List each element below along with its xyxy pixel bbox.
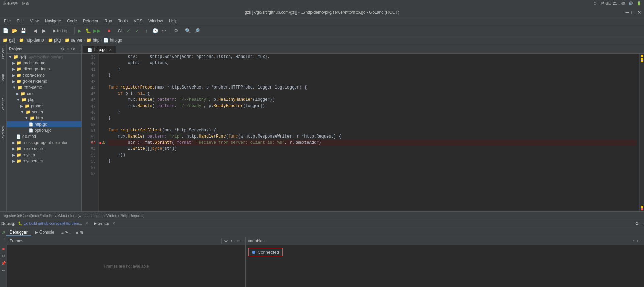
debug-stop-button[interactable]: ■	[2, 246, 5, 251]
run-button[interactable]: ▶	[75, 27, 83, 35]
debug-settings-icon[interactable]: ⚙	[635, 221, 639, 226]
learn-tab-label[interactable]: Learn	[1, 73, 6, 84]
new-file-button[interactable]: 📄	[1, 27, 10, 35]
tree-item-prober[interactable]: ▶ 📁 prober	[7, 103, 81, 109]
project-settings-icon[interactable]: ⚙	[71, 47, 75, 51]
tree-item-gzlj[interactable]: ▼ 📁 gzlj ~/go/src/github.com/gzlj	[7, 54, 81, 60]
project-tab-label[interactable]: Project	[1, 47, 6, 60]
debug-pin-button[interactable]: 📌	[1, 261, 6, 266]
tab-debugger[interactable]: Debugger	[6, 229, 31, 236]
breadcrumb-item-file[interactable]: 📄 http.go	[103, 38, 122, 43]
debug-rerun-button[interactable]: ↺	[2, 254, 5, 258]
tree-item-myhttp[interactable]: ▶ 📁 myhttp	[7, 152, 81, 158]
variables-add-icon[interactable]: +	[640, 239, 642, 243]
git-check2-button[interactable]: ✓	[133, 27, 142, 35]
close-button[interactable]: ✕	[637, 10, 641, 15]
find-in-path-button[interactable]: 🔎	[193, 27, 201, 35]
forward-button[interactable]: ▶	[40, 27, 48, 35]
save-button[interactable]: 💾	[19, 27, 27, 35]
git-commit-button[interactable]: ↑	[142, 27, 150, 35]
tree-item-http-folder[interactable]: ▼ 📁 http	[7, 115, 81, 121]
debug-run-cursor-icon[interactable]: ↡	[75, 230, 79, 235]
tree-item-client-go-demo[interactable]: ▶ 📁 client-go-demo	[7, 66, 81, 72]
tree-item-micro-demo[interactable]: ▶ 📁 micro-demo	[7, 146, 81, 152]
structure-tab-label[interactable]: Structure	[1, 96, 6, 113]
tree-item-message-agent-operator[interactable]: ▶ 📁 message-agent-operator	[7, 140, 81, 146]
gutter-mark-red-1[interactable]	[641, 208, 643, 210]
debug-pause-button[interactable]: ⏸	[1, 238, 6, 243]
project-gear-icon[interactable]: ≡	[67, 47, 69, 51]
debug-button[interactable]: 🐛	[84, 27, 92, 35]
tree-item-cmd[interactable]: ▶ 📁 cmd	[7, 91, 81, 97]
back-button[interactable]: ◀	[31, 27, 39, 35]
tab-http-go[interactable]: 📄 http.go ✕	[83, 46, 116, 53]
menu-edit[interactable]: Edit	[14, 18, 27, 24]
menu-help[interactable]: Help	[166, 18, 180, 24]
settings-button[interactable]: ⚙	[172, 27, 180, 35]
tab-console[interactable]: ▶ Console	[32, 229, 58, 236]
breadcrumb-item-server[interactable]: 📁 server	[65, 38, 82, 43]
tree-item-cobra-demo[interactable]: ▶ 📁 cobra-demo	[7, 72, 81, 78]
debug-step-out-icon[interactable]: ↑	[72, 230, 74, 235]
system-battery-icon[interactable]: 🔋	[637, 1, 641, 6]
menu-run[interactable]: Run	[102, 18, 115, 24]
debug-step-into-icon[interactable]: ↓	[69, 230, 71, 235]
tree-item-go-mod[interactable]: 📄 go.mod	[7, 133, 81, 140]
window-controls[interactable]: ─ □ ✕	[626, 10, 641, 15]
favorites-tab-label[interactable]: Favorites	[1, 125, 6, 142]
git-history-button[interactable]: 🕐	[151, 27, 159, 35]
tree-item-http-go[interactable]: 📄 http.go	[7, 121, 81, 127]
frames-down-icon[interactable]: ↓	[234, 239, 236, 243]
debug-step-over-icon[interactable]: ↷	[65, 230, 68, 235]
menu-refactor[interactable]: Refactor	[80, 18, 101, 24]
breadcrumb-item-http-demo[interactable]: 📁 http-demo	[19, 38, 44, 43]
run-config-dropdown[interactable]: ▶ teshttp	[52, 27, 75, 34]
menu-tools[interactable]: Tools	[115, 18, 130, 24]
tree-item-cache-demo[interactable]: ▶ 📁 cache-demo	[7, 60, 81, 66]
breadcrumb-item-gzlj[interactable]: 📁 gzlj	[3, 38, 15, 43]
frames-up-icon[interactable]: ↑	[230, 239, 232, 243]
gutter-mark-3[interactable]	[641, 60, 643, 62]
tree-item-server[interactable]: ▼ 📁 server	[7, 109, 81, 115]
system-app-menu[interactable]: 应用程序	[3, 1, 18, 6]
menu-file[interactable]: File	[1, 18, 13, 24]
tree-item-go-rest-demo[interactable]: ▶ 📁 go-rest-demo	[7, 78, 81, 84]
debug-restart-icon[interactable]: ↺	[1, 230, 5, 235]
maximize-button[interactable]: □	[632, 10, 634, 15]
variables-down-icon[interactable]: ↓	[636, 239, 638, 243]
menu-view[interactable]: View	[27, 18, 42, 24]
frames-dropdown[interactable]	[221, 238, 229, 244]
menu-vcs[interactable]: VCS	[131, 18, 145, 24]
tree-item-myoperator[interactable]: ▶ 📁 myoperator	[7, 158, 81, 164]
frames-gear-icon[interactable]: ≡	[237, 239, 240, 243]
debug-config-2[interactable]: ▶ teshttp	[94, 221, 109, 226]
code-content[interactable]: srv: &http.Server{Addr: options.listen, …	[105, 54, 639, 211]
tree-item-pkg[interactable]: ▼ 📁 pkg	[7, 97, 81, 103]
menu-code[interactable]: Code	[64, 18, 80, 24]
gutter-line-53[interactable]: ● ⚠	[99, 140, 105, 146]
gutter-mark-1[interactable]	[641, 55, 643, 57]
breadcrumb-item-pkg[interactable]: 📁 pkg	[48, 38, 61, 43]
tab-close-http-go[interactable]: ✕	[109, 48, 112, 52]
minimize-button[interactable]: ─	[626, 10, 629, 15]
breadcrumb-item-http[interactable]: 📁 http	[86, 38, 99, 43]
search-button[interactable]: 🔍	[184, 27, 192, 35]
system-location-menu[interactable]: 位置	[22, 1, 29, 6]
run-coverage-button[interactable]: ▶▶	[93, 27, 101, 35]
stop-button[interactable]: ■	[105, 27, 113, 35]
git-revert-button[interactable]: ↩	[160, 27, 168, 35]
tree-item-http-demo[interactable]: ▼ 📁 http-demo	[7, 84, 81, 91]
debug-pencil-button[interactable]: ✏	[2, 268, 5, 273]
gutter-mark-2[interactable]	[641, 58, 643, 60]
system-volume-icon[interactable]: 🔊	[628, 1, 633, 6]
frames-add-icon[interactable]: +	[241, 239, 243, 243]
debug-minimize-icon[interactable]: –	[640, 221, 643, 226]
debug-resume-icon[interactable]: ≡	[61, 230, 64, 235]
variables-up-icon[interactable]: ↑	[633, 239, 635, 243]
tree-item-option-go[interactable]: 📄 option.go	[7, 127, 81, 133]
gutter-mark-4[interactable]	[641, 206, 643, 208]
debug-config-1[interactable]: 🐛 go build github.com/gzlj/http-dem...	[18, 221, 82, 226]
git-check-button[interactable]: ✓	[125, 27, 133, 35]
menu-navigate[interactable]: Navigate	[42, 18, 64, 24]
project-collapse-icon[interactable]: –	[77, 47, 79, 51]
